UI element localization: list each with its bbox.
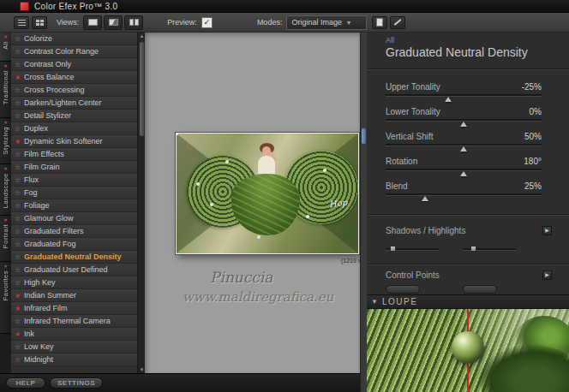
star-icon[interactable]: ☆ — [15, 189, 24, 197]
control-points-expand-button[interactable]: ▶ — [542, 270, 552, 280]
slider-track[interactable] — [386, 193, 542, 196]
slider-value[interactable]: -25% — [522, 82, 542, 92]
star-icon[interactable]: ☆ — [15, 112, 24, 120]
star-icon[interactable]: ☆ — [15, 48, 24, 56]
shadows-highlights-expand-button[interactable]: ▶ — [542, 226, 552, 235]
panel-scrollbar-thumb[interactable] — [362, 128, 366, 144]
filter-item-indian-summer[interactable]: ★Indian Summer — [11, 289, 137, 302]
panel-scrollbar[interactable] — [360, 33, 367, 392]
pen-icon-button[interactable] — [390, 16, 405, 29]
control-point-remove-button[interactable] — [463, 285, 497, 294]
single-view-button[interactable] — [83, 15, 102, 30]
star-icon[interactable]: ☆ — [15, 228, 24, 235]
slider-value[interactable]: 180° — [524, 157, 542, 166]
filter-item-detail-stylizer[interactable]: ☆Detail Stylizer — [11, 110, 137, 122]
control-point-add-button[interactable] — [386, 285, 420, 294]
filter-item-infrared-thermal-camera[interactable]: ☆Infrared Thermal Camera — [11, 315, 137, 328]
tab-traditional[interactable]: ★Traditional — [0, 62, 11, 118]
highlights-mini-slider[interactable] — [463, 245, 516, 253]
filter-item-film-grain[interactable]: ☆Film Grain — [11, 161, 137, 174]
filter-item-cross-balance[interactable]: ★Cross Balance — [11, 71, 137, 84]
help-button[interactable]: HELP — [6, 377, 45, 389]
panel-category: All — [386, 36, 394, 45]
split-view-button[interactable] — [104, 15, 123, 30]
thumbnail-view-icon[interactable] — [32, 16, 47, 29]
filter-item-flux[interactable]: ☆Flux — [11, 174, 137, 187]
filter-item-glamour-glow[interactable]: ☆Glamour Glow — [11, 212, 137, 225]
filter-item-ink[interactable]: ★Ink — [11, 328, 137, 341]
star-icon[interactable]: ☆ — [15, 61, 24, 68]
scrollbar-thumb[interactable] — [139, 41, 145, 137]
star-icon[interactable]: ★ — [15, 74, 24, 81]
filter-item-infrared-film[interactable]: ★Infrared Film — [11, 302, 137, 315]
filter-item-graduated-fog[interactable]: ☆Graduated Fog — [11, 238, 137, 251]
panel-title: Graduated Neutral Density — [386, 45, 528, 59]
tab-landscape[interactable]: ★Landscape — [0, 164, 11, 216]
filter-list-scrollbar[interactable]: ▲ ▼ — [137, 33, 145, 374]
slider-track[interactable] — [386, 144, 542, 146]
star-icon[interactable]: ☆ — [15, 266, 24, 274]
star-icon[interactable]: ☆ — [15, 35, 24, 43]
slider-track[interactable] — [386, 119, 542, 122]
shadows-mini-slider[interactable] — [386, 245, 439, 253]
star-icon[interactable]: ☆ — [15, 99, 24, 107]
slider-track[interactable] — [386, 169, 542, 171]
star-icon[interactable]: ☆ — [15, 279, 24, 287]
star-icon[interactable]: ☆ — [15, 318, 24, 325]
filter-item-film-effects[interactable]: ☆Film Effects — [11, 148, 137, 161]
tab-favorites[interactable]: ★Favorites — [0, 262, 11, 334]
slider-thumb[interactable] — [422, 196, 428, 201]
star-icon[interactable]: ☆ — [15, 125, 24, 133]
tab-stylizing[interactable]: ★Stylizing — [0, 118, 11, 164]
filter-item-contrast-only[interactable]: ☆Contrast Only — [11, 58, 137, 71]
tab-all[interactable]: ★All — [0, 33, 11, 62]
slider-value[interactable]: 0% — [530, 107, 542, 116]
loupe-preview[interactable] — [367, 309, 569, 392]
filter-item-contrast-color-range[interactable]: ☆Contrast Color Range — [11, 45, 137, 58]
star-icon[interactable]: ★ — [15, 305, 24, 312]
filter-item-low-key[interactable]: ☆Low Key — [11, 341, 137, 353]
mini-slider-handle[interactable] — [470, 246, 476, 252]
star-icon: ★ — [3, 63, 8, 69]
filter-item-foliage[interactable]: ☆Foliage — [11, 199, 137, 212]
star-icon[interactable]: ☆ — [15, 356, 24, 364]
star-icon[interactable]: ☆ — [15, 241, 24, 248]
filter-item-duplex[interactable]: ☆Duplex — [11, 122, 137, 135]
filter-item-fog[interactable]: ☆Fog — [11, 187, 137, 199]
mini-slider-handle[interactable] — [390, 246, 396, 252]
slider-value[interactable]: 50% — [524, 132, 542, 141]
list-view-icon[interactable] — [14, 16, 29, 29]
star-icon[interactable]: ★ — [15, 292, 24, 300]
settings-button[interactable]: SETTINGS — [50, 377, 103, 389]
preview-image[interactable]: Hop — [176, 133, 359, 254]
filter-item-colorize[interactable]: ☆Colorize — [11, 33, 137, 45]
filter-item-darken-lighten-center[interactable]: ☆Darken/Lighten Center — [11, 97, 137, 110]
star-icon[interactable]: ★ — [15, 138, 24, 146]
star-icon[interactable]: ☆ — [15, 253, 24, 261]
side-by-side-view-button[interactable] — [124, 15, 143, 30]
star-icon[interactable]: ★ — [15, 330, 24, 338]
filter-item-graduated-filters[interactable]: ☆Graduated Filters — [11, 225, 137, 238]
star-icon[interactable]: ☆ — [15, 343, 24, 351]
slider-track[interactable] — [386, 94, 542, 97]
star-icon: ★ — [3, 166, 8, 172]
tab-label: Landscape — [2, 173, 9, 208]
modes-dropdown[interactable]: Original Image ▾ — [286, 15, 367, 30]
star-icon[interactable]: ☆ — [15, 176, 24, 184]
star-icon[interactable]: ☆ — [15, 151, 24, 158]
filter-item-graduated-neutral-density[interactable]: ☆Graduated Neutral Density — [11, 251, 137, 264]
loupe-header[interactable]: ▼ LOUPE — [367, 294, 569, 309]
filter-item-cross-processing[interactable]: ☆Cross Processing — [11, 84, 137, 97]
filter-item-high-key[interactable]: ☆High Key — [11, 276, 137, 289]
slider-value[interactable]: 25% — [524, 181, 542, 191]
star-icon[interactable]: ☆ — [15, 202, 24, 210]
preview-checkbox[interactable]: ✓ — [201, 17, 213, 28]
filter-item-midnight[interactable]: ☆Midnight — [11, 353, 137, 366]
page-icon-button[interactable] — [372, 16, 387, 29]
tab-portrait[interactable]: ★Portrait — [0, 216, 11, 262]
filter-item-dynamic-skin-softener[interactable]: ★Dynamic Skin Softener — [11, 135, 137, 148]
star-icon[interactable]: ☆ — [15, 163, 24, 171]
filter-item-graduated-user-defined[interactable]: ☆Graduated User Defined — [11, 264, 137, 276]
star-icon[interactable]: ☆ — [15, 215, 24, 223]
star-icon[interactable]: ☆ — [15, 86, 24, 94]
